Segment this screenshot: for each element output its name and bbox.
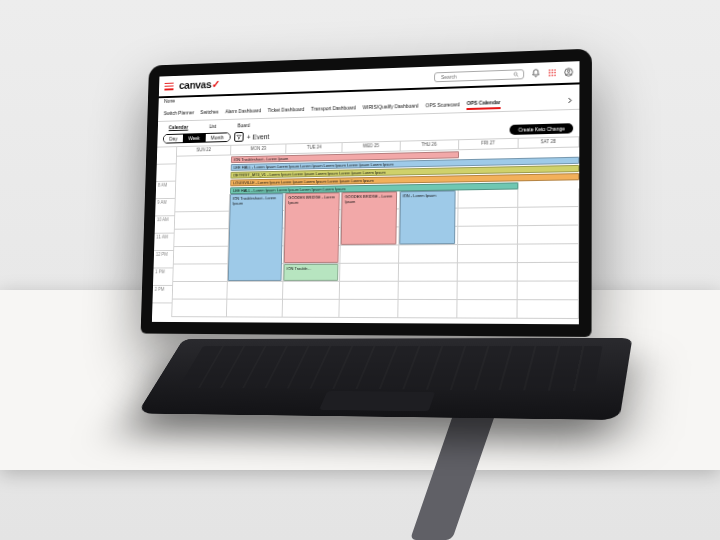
calendar-cell[interactable]: [398, 300, 457, 319]
tab-ops-calendar[interactable]: OPS Calendar: [467, 97, 501, 110]
tab-switches[interactable]: Switches: [200, 107, 219, 117]
brand-name: canvas: [179, 78, 212, 91]
calendar-cell[interactable]: [340, 264, 398, 282]
create-change-button[interactable]: Create Keto Change: [510, 123, 573, 135]
laptop-keyboard: [137, 338, 632, 420]
calendar-cell[interactable]: [283, 300, 340, 318]
calendar-event[interactable]: GOODES BRIDGE - Lorem Ipsum: [284, 192, 340, 263]
calendar-cell[interactable]: [458, 226, 518, 245]
calendar-cell[interactable]: [518, 226, 579, 245]
hour-label: [156, 164, 176, 182]
view-list[interactable]: List: [204, 122, 222, 130]
day-columns: SUN 22MON 23TUE 24WED 25THU 26FRI 27SAT …: [172, 137, 579, 319]
bell-icon[interactable]: [530, 68, 540, 78]
calendar-cell[interactable]: [173, 282, 228, 300]
profile-icon[interactable]: [563, 67, 573, 77]
calendar-cell[interactable]: [175, 194, 230, 212]
svg-point-2: [548, 69, 550, 71]
calendar-cell[interactable]: [518, 207, 579, 226]
calendar-cell[interactable]: [398, 282, 457, 300]
calendar-cell[interactable]: [283, 282, 340, 300]
menu-icon[interactable]: [164, 82, 173, 90]
calendar-event[interactable]: ION - Lorem Ipsum: [399, 190, 456, 244]
calendar-cell[interactable]: [457, 263, 517, 282]
hour-label: 9 AM: [155, 199, 175, 217]
calendar-cell[interactable]: [341, 245, 399, 263]
calendar-event[interactable]: ION Troubleshoot - Lorem Ipsum: [228, 193, 283, 281]
tab-switch-planner[interactable]: Switch Planner: [164, 108, 195, 118]
filter-button[interactable]: [234, 132, 244, 142]
hour-label: 8 AM: [156, 182, 176, 200]
calendar-cell[interactable]: [340, 300, 398, 318]
add-event-button[interactable]: + Event: [247, 133, 270, 140]
calendar-cell[interactable]: [340, 282, 398, 300]
calendar-cell[interactable]: [175, 212, 230, 230]
calendar-cell[interactable]: [518, 263, 579, 282]
svg-line-1: [517, 75, 519, 77]
svg-point-6: [551, 72, 553, 74]
range-week[interactable]: Week: [183, 134, 206, 142]
range-day[interactable]: Day: [164, 135, 183, 143]
calendar-cell[interactable]: [227, 282, 283, 300]
hour-label: [157, 147, 177, 165]
hour-label: 12 PM: [154, 251, 174, 269]
hour-label: 2 PM: [152, 286, 172, 304]
svg-point-10: [554, 75, 556, 77]
calendar-cell[interactable]: [398, 263, 457, 281]
hour-label: 10 AM: [155, 216, 175, 234]
calendar-cell[interactable]: [457, 282, 517, 301]
tab-transport-dashboard[interactable]: Transport Dashboard: [311, 103, 356, 114]
chevron-right-icon[interactable]: [566, 97, 573, 105]
search-icon: [513, 71, 519, 77]
svg-point-3: [551, 69, 553, 71]
calendar-cell[interactable]: [227, 300, 283, 318]
calendar-cell[interactable]: [518, 188, 579, 207]
svg-point-7: [554, 72, 556, 74]
view-board[interactable]: Board: [232, 121, 256, 129]
svg-point-5: [548, 72, 550, 74]
calendar-cell[interactable]: [173, 264, 228, 282]
brand-accent: ✓: [211, 78, 219, 90]
svg-point-4: [554, 69, 556, 71]
range-month[interactable]: Month: [205, 133, 229, 141]
svg-point-12: [567, 70, 569, 72]
calendar-cell[interactable]: [174, 247, 229, 265]
svg-point-9: [551, 75, 553, 77]
laptop-mockup: canvas✓ None Switch: [130, 55, 590, 425]
tab-ticket-dashboard[interactable]: Ticket Dashboard: [268, 104, 305, 115]
svg-point-0: [514, 72, 517, 75]
calendar-cell[interactable]: [518, 244, 579, 263]
tab-ops-scorecard[interactable]: OPS Scorecard: [425, 99, 460, 110]
calendar-cell[interactable]: [172, 300, 227, 318]
view-calendar[interactable]: Calendar: [163, 123, 194, 131]
calendar-grid: 8 AM9 AM10 AM11 AM12 PM1 PM2 PM SUN 22MO…: [152, 137, 579, 319]
calendar-cell[interactable]: [517, 282, 579, 301]
calendar-cell[interactable]: [458, 208, 518, 227]
calendar-cell[interactable]: [174, 229, 229, 247]
apps-icon[interactable]: [547, 68, 557, 78]
hour-label: 1 PM: [153, 268, 173, 286]
tab-wiris-qualify-dashboard[interactable]: WIRIS/Qualify Dashboard: [363, 101, 419, 113]
app-screen: canvas✓ None Switch: [152, 61, 580, 324]
calendar-event[interactable]: GOODES BRIDGE - Lorem Ipsum: [341, 191, 397, 244]
allday-section: ION Troubleshoot - Lorem IpsumLEE HALL -…: [176, 148, 580, 196]
calendar-cell[interactable]: [458, 245, 518, 264]
svg-point-8: [548, 75, 550, 77]
search-input[interactable]: [434, 69, 524, 82]
time-slots: ION Troubleshoot - Lorem IpsumGOODES BRI…: [172, 188, 579, 319]
tab-alarm-dashboard[interactable]: Alarm Dashboard: [225, 105, 261, 116]
calendar-cell[interactable]: [517, 300, 579, 319]
calendar-event[interactable]: ION Trouble…: [284, 264, 339, 281]
range-toggle[interactable]: DayWeekMonth: [163, 132, 230, 143]
search-field[interactable]: [439, 70, 513, 81]
calendar-cell[interactable]: [458, 189, 518, 208]
brand-logo: canvas✓: [179, 78, 220, 92]
hour-label: 11 AM: [154, 234, 174, 252]
calendar-cell[interactable]: [457, 300, 517, 319]
calendar-cell[interactable]: [399, 245, 458, 264]
